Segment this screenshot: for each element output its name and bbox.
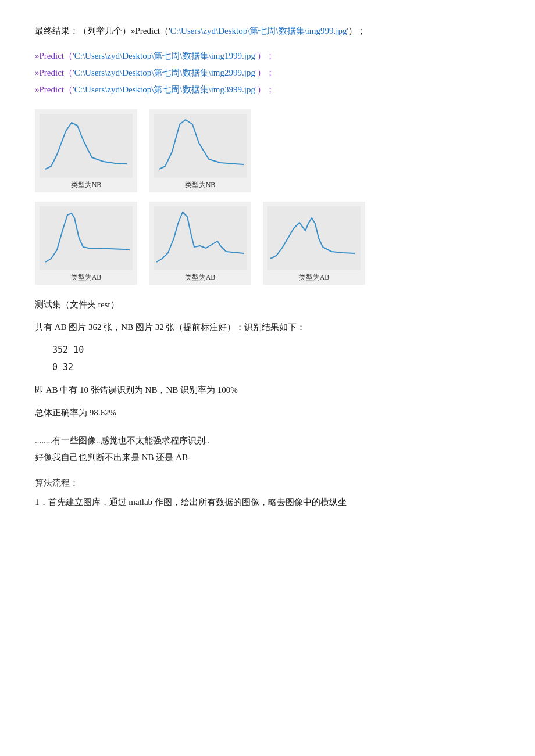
image-card-ab1: 类型为AB — [35, 202, 137, 285]
predict-line-2: »Predict（'C:\Users\zyd\Desktop\第七周\数据集\i… — [35, 65, 500, 81]
conclusion2: 总体正确率为 98.62% — [35, 404, 500, 421]
image-row-ab: 类型为AB 类型为AB 类型为AB — [35, 202, 500, 285]
test-set-label: 测试集（文件夹 test） — [35, 296, 500, 313]
path1-link: C:\Users\zyd\Desktop\第七周\数据集\img999.jpg — [170, 26, 347, 35]
predict-prefix-2: »Predict（' — [35, 68, 74, 77]
label-ab1: 类型为AB — [71, 273, 102, 282]
predict-suffix-2: '）； — [255, 68, 274, 77]
note-line1: ........有一些图像..感觉也不太能强求程序识别.. — [35, 432, 500, 449]
predict-prefix-1: »Predict（' — [35, 51, 74, 60]
predict-prefix-3: »Predict（' — [35, 85, 74, 94]
image-row-nb: 类型为NB 类型为NB — [35, 109, 500, 192]
image-card-nb2: 类型为NB — [149, 109, 251, 192]
image-card-ab3: 类型为AB — [263, 202, 365, 285]
note-block: ........有一些图像..感觉也不太能强求程序识别.. 好像我自己也判断不出… — [35, 432, 500, 465]
chart-nb1 — [40, 114, 133, 178]
predict-suffix-1: '）； — [255, 51, 274, 60]
confusion-matrix: 352 10 0 32 — [52, 341, 500, 376]
algo-title: 算法流程： — [35, 475, 500, 492]
image-card-nb1: 类型为NB — [35, 109, 137, 192]
images-section: 类型为NB 类型为NB — [35, 109, 500, 285]
matrix-row2: 0 32 — [52, 359, 500, 376]
chart-ab3 — [268, 206, 361, 270]
svg-rect-2 — [40, 206, 133, 270]
intro-suffix: '）； — [347, 26, 366, 35]
intro-section: 最终结果：（列举几个）»Predict（'C:\Users\zyd\Deskto… — [35, 23, 500, 39]
label-nb2: 类型为NB — [185, 180, 216, 190]
predict-path-1: C:\Users\zyd\Desktop\第七周\数据集\img1999.jpg — [74, 51, 255, 60]
main-content: 最终结果：（列举几个）»Predict（'C:\Users\zyd\Deskto… — [35, 23, 500, 510]
label-ab3: 类型为AB — [299, 273, 330, 282]
chart-ab2 — [154, 206, 247, 270]
predict-path-3: C:\Users\zyd\Desktop\第七周\数据集\img3999.jpg — [74, 85, 255, 94]
conclusion1: 即 AB 中有 10 张错误识别为 NB，NB 识别率为 100% — [35, 382, 500, 399]
matrix-row1: 352 10 — [52, 341, 500, 359]
chart-nb2 — [154, 114, 247, 178]
image-card-ab2: 类型为AB — [149, 202, 251, 285]
svg-rect-4 — [268, 206, 361, 270]
count-line: 共有 AB 图片 362 张，NB 图片 32 张（提前标注好）；识别结果如下： — [35, 319, 500, 336]
predict-line-1: »Predict（'C:\Users\zyd\Desktop\第七周\数据集\i… — [35, 48, 500, 64]
algo-step1: 1．首先建立图库，通过 matlab 作图，绘出所有数据的图像，略去图像中的横纵… — [35, 494, 500, 511]
predict-path-2: C:\Users\zyd\Desktop\第七周\数据集\img2999.jpg — [74, 68, 255, 77]
svg-rect-3 — [154, 206, 247, 270]
predict-suffix-3: '）； — [255, 85, 274, 94]
chart-ab1 — [40, 206, 133, 270]
label-nb1: 类型为NB — [71, 180, 102, 190]
predict-line-3: »Predict（'C:\Users\zyd\Desktop\第七周\数据集\i… — [35, 82, 500, 98]
label-ab2: 类型为AB — [185, 273, 216, 282]
intro-prefix: 最终结果：（列举几个）»Predict（' — [35, 26, 170, 35]
note-line2: 好像我自己也判断不出来是 NB 还是 AB- — [35, 449, 500, 466]
